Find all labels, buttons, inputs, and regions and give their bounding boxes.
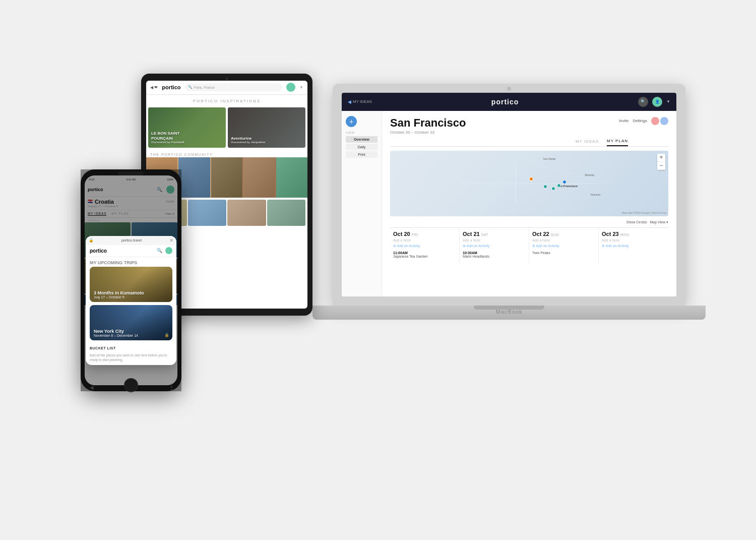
map-attribution: Map data ©2018 Google | Terms of Use	[622, 211, 666, 214]
day-num-1: Oct 20	[393, 231, 410, 237]
avatar-group	[651, 117, 668, 125]
trip-dates: October 20 – October 23	[390, 130, 466, 135]
laptop-body: ◀ MY IDEAS portico 🔍 👤 ▼ + VIEW	[333, 84, 685, 306]
map-section: San Rafael Berkeley San Francisco Alamed…	[390, 151, 668, 216]
activity-time-1-1: 11:00AM	[393, 251, 456, 255]
city-label-alameda: Alameda	[590, 193, 600, 196]
popup-trip-nyc[interactable]: New York City November 8 – December 14 🔒	[90, 305, 172, 340]
card-aventurine-sub: Discovered by Jacqueline	[231, 141, 265, 144]
phone-device: AT&T 9:41 AM 100% portico 🔍 🇭	[81, 169, 181, 391]
user-avatar[interactable]: 👤	[652, 97, 662, 107]
view-label: VIEW	[346, 131, 377, 134]
search-icon[interactable]: 🔍	[638, 97, 648, 107]
popup-search-icon[interactable]: 🔍	[157, 248, 162, 253]
popup-bucket-text: Add all the places you want to visit her…	[86, 353, 176, 365]
day-header-4: Oct 23 MON	[602, 231, 665, 237]
browser-lock-icon: 🔒	[89, 238, 94, 243]
day-col-4: Oct 23 MON Add a Note ⊕ Add an Activity	[599, 228, 668, 263]
popup-trip-label-1: 3 Months in Kumamoto July 17 – October 5	[94, 290, 144, 299]
popup-lock-icon: 🔒	[164, 333, 169, 337]
card-paris[interactable]: LE BON SAINTPOURÇAIN Discovered by Paula…	[148, 107, 226, 148]
popup-url: portico.travel	[96, 238, 167, 242]
tablet-search-text: Paris, France	[194, 86, 215, 89]
phone-notch	[118, 171, 144, 175]
activity-name-1-1: Japanese Tea Garden	[393, 255, 456, 258]
map-pin-4	[557, 184, 561, 188]
day-note-3[interactable]: Add a Note	[532, 238, 595, 242]
tab-my-plan[interactable]: MY PLAN	[607, 139, 628, 146]
inspirations-label: PORTICO INSPIRATIONS	[146, 95, 307, 105]
print-btn[interactable]: Print	[346, 151, 377, 158]
card-aventurine[interactable]: Aventurine Discovered by Jacqueline	[228, 107, 305, 148]
community-img-2	[178, 157, 210, 198]
content-tile-4	[267, 200, 306, 226]
activity-time-2-1: 10:30AM	[463, 251, 526, 255]
day-num-3: Oct 22	[532, 231, 549, 237]
activity-name-3-1: Twin Peaks	[532, 251, 595, 255]
city-label-rafael: San Rafael	[543, 157, 556, 160]
trip-tabs: MY IDEAS MY PLAN	[390, 139, 668, 147]
settings-btn[interactable]: Settings	[633, 118, 647, 123]
search-icon-small: 🔍	[188, 85, 193, 89]
day-note-4[interactable]: Add a Note	[602, 238, 665, 242]
popup-app-nav: portico 🔍	[86, 245, 176, 257]
city-label-berkeley: Berkeley	[585, 173, 594, 176]
tablet-nav-back: ◀ ❤	[150, 85, 158, 90]
popup-trip-dates-2: November 8 – December 14	[94, 334, 138, 337]
day-note-1[interactable]: Add a Note	[393, 238, 456, 242]
day-note-2[interactable]: Add a Note	[463, 238, 526, 242]
trip-header: San Francisco October 20 – October 23 In…	[390, 117, 668, 135]
popup-logo: portico	[90, 248, 107, 254]
add-activity-4[interactable]: ⊕ Add an Activity	[602, 244, 665, 248]
add-activity-1[interactable]: ⊕ Add an Activity	[393, 244, 456, 248]
app-logo: portico	[491, 98, 519, 106]
popup-close-btn[interactable]: ✕	[169, 237, 173, 243]
day-col-2: Oct 21 SAT Add a Note ⊕ Add an Activity …	[460, 228, 529, 263]
phone-screen: AT&T 9:41 AM 100% portico 🔍 🇭	[85, 175, 177, 385]
popup-nav-icons: 🔍	[157, 247, 172, 254]
day-num-4: Oct 23	[602, 231, 619, 237]
popup-trip-label-2: New York City November 8 – December 14	[94, 329, 138, 337]
add-button[interactable]: +	[346, 116, 357, 127]
community-img-3	[211, 157, 242, 198]
day-col-1: Oct 20 FRI Add a Note ⊕ Add an Activity …	[390, 228, 460, 263]
activity-3-1: Twin Peaks	[532, 251, 595, 255]
laptop-device: ◀ MY IDEAS portico 🔍 👤 ▼ + VIEW	[312, 84, 706, 376]
daily-btn[interactable]: Daily	[346, 144, 377, 150]
laptop-base: MacBook	[312, 306, 706, 320]
overview-btn[interactable]: Overview	[346, 136, 377, 143]
map-pin-1	[529, 177, 533, 181]
content-tile-3	[227, 200, 266, 226]
community-img-5	[276, 157, 307, 198]
card-paris-sub: Discovered by Paulabelli	[151, 141, 184, 144]
activity-2-1: 10:30AM Marin Headlands	[463, 251, 526, 258]
invite-btn[interactable]: Invite	[619, 118, 628, 123]
phone-popup: 🔒 portico.travel ✕ portico 🔍 MY UPCOMING	[86, 236, 176, 365]
popup-avatar[interactable]	[165, 247, 172, 254]
card-grid: LE BON SAINTPOURÇAIN Discovered by Paula…	[146, 105, 307, 150]
dropdown-icon[interactable]: ▼	[666, 99, 670, 104]
app-content: + VIEW Overview Daily Print San Francisc…	[342, 111, 676, 296]
avatar-2	[660, 117, 668, 125]
add-activity-3[interactable]: ⊕ Add an Activity	[532, 244, 595, 248]
tablet-avatar[interactable]	[286, 83, 295, 92]
popup-trip-kumamoto[interactable]: 3 Months in Kumamoto July 17 – October 5	[90, 267, 172, 302]
show-circles-toggle[interactable]: Show Circles Map View ▾	[390, 220, 668, 224]
map-background: San Rafael Berkeley San Francisco Alamed…	[390, 151, 668, 216]
day-header-1: Oct 20 FRI	[393, 231, 456, 237]
tablet-dropdown[interactable]: ▼	[299, 85, 303, 90]
add-activity-2[interactable]: ⊕ Add an Activity	[463, 244, 526, 248]
tablet-search[interactable]: 🔍 Paris, France	[185, 83, 283, 91]
tab-my-ideas[interactable]: MY IDEAS	[576, 139, 599, 146]
app-sidebar: + VIEW Overview Daily Print	[342, 111, 382, 296]
app-navbar: ◀ MY IDEAS portico 🔍 👤 ▼	[342, 93, 676, 111]
nav-back[interactable]: ◀ MY IDEAS	[348, 99, 372, 104]
day-num-2: Oct 21	[463, 231, 480, 237]
zoom-out-btn[interactable]: −	[657, 162, 665, 170]
map-pin-3	[551, 187, 555, 191]
avatar-1	[651, 117, 659, 125]
popup-bucket-title: BUCKET LIST	[86, 343, 176, 353]
day-label-2: SAT	[481, 233, 489, 236]
day-label-3: SUN	[551, 233, 559, 236]
zoom-in-btn[interactable]: +	[657, 154, 665, 162]
